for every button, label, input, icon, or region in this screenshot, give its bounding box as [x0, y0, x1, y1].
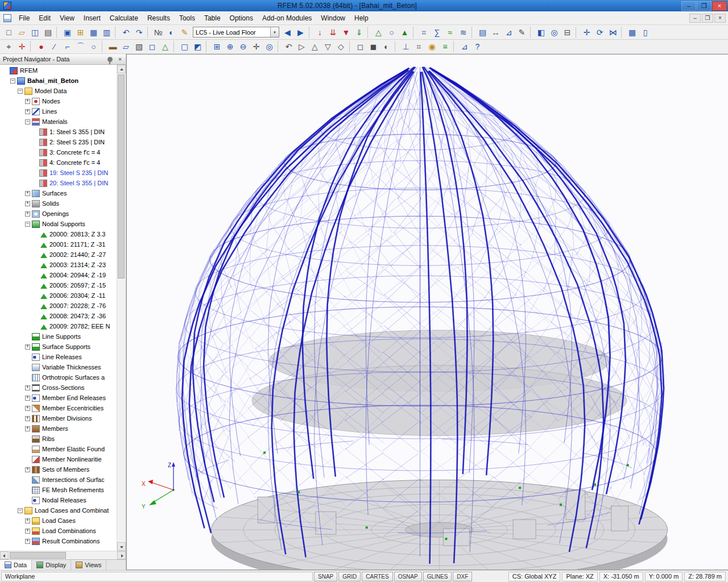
status-toggle-glines[interactable]: GLINES: [423, 572, 452, 581]
status-toggle-dxf[interactable]: DXF: [453, 572, 472, 581]
navigator-tab[interactable]: Views: [71, 560, 106, 570]
chevron-down-icon[interactable]: ▼: [270, 27, 279, 37]
surface-load-button[interactable]: ▼: [340, 26, 353, 39]
tree-item[interactable]: Nodes: [0, 96, 117, 106]
expand-toggle-icon[interactable]: [25, 201, 30, 206]
close-button[interactable]: ×: [712, 1, 727, 11]
rotate-copy-button[interactable]: ⟳: [593, 26, 606, 39]
expand-toggle-icon[interactable]: [25, 191, 30, 196]
tree-item[interactable]: 4: Concrete f'c = 4: [0, 157, 117, 168]
new-polyline-button[interactable]: ⌐: [61, 40, 74, 53]
tree-item[interactable]: Load Combinations: [0, 526, 117, 536]
member-hinge-button[interactable]: ○: [385, 26, 398, 39]
tree-vertical-scrollbar[interactable]: [117, 65, 126, 551]
calculation-button[interactable]: ∑: [431, 26, 444, 39]
tree-item[interactable]: Member Eccentricities: [0, 403, 117, 413]
tree-item[interactable]: 20000: 20813; Z 3.3: [0, 229, 117, 239]
expand-toggle-icon[interactable]: [25, 539, 30, 544]
tree-item[interactable]: Line Releases: [0, 352, 117, 362]
toggle-panel-button[interactable]: ▯: [639, 26, 652, 39]
ruler-button[interactable]: ⊿: [458, 40, 471, 53]
tree-item[interactable]: Nodal Releases: [0, 495, 117, 505]
undo-button[interactable]: ↶: [119, 26, 133, 39]
menu-item-view[interactable]: View: [55, 11, 79, 24]
scroll-right-icon[interactable]: [117, 551, 126, 559]
navigator-close-icon[interactable]: ×: [116, 55, 124, 63]
expand-toggle-icon[interactable]: [25, 119, 30, 124]
new-opening-button[interactable]: ◻: [146, 40, 159, 53]
expand-toggle-icon[interactable]: [10, 78, 15, 84]
minimize-button[interactable]: –: [681, 1, 696, 11]
expand-toggle-icon[interactable]: [18, 89, 23, 94]
tree-item[interactable]: Load Cases: [0, 516, 117, 526]
tree-item[interactable]: 19: Steel S 235 | DIN: [0, 168, 117, 178]
copy-picture-button[interactable]: ▣: [61, 26, 74, 39]
open-button[interactable]: ▱: [15, 26, 28, 39]
mirror-copy-button[interactable]: ⋈: [606, 26, 619, 39]
menu-item-file[interactable]: File: [14, 11, 34, 24]
tree-item[interactable]: Member Nonlinearitie: [0, 454, 117, 464]
view-z-button[interactable]: ▽: [321, 40, 334, 53]
snap-button[interactable]: ✛: [15, 40, 28, 53]
select-button[interactable]: ⌖: [2, 40, 15, 53]
tree-item[interactable]: Solids: [0, 198, 117, 209]
tree-item[interactable]: Bahai_mit_Beton: [0, 76, 117, 86]
render-mode-button[interactable]: ◐: [165, 26, 178, 39]
new-member-button[interactable]: ▬: [106, 40, 119, 53]
user-views-button[interactable]: ◎: [548, 26, 561, 39]
new-circle-button[interactable]: ○: [87, 40, 100, 53]
tree-item[interactable]: Sets of Members: [0, 464, 117, 475]
menu-item-options[interactable]: Options: [225, 11, 258, 24]
print-button[interactable]: ▤: [42, 26, 55, 39]
scroll-left-icon[interactable]: [0, 551, 9, 559]
tree-item[interactable]: Openings: [0, 209, 117, 219]
tree-item[interactable]: Model Data: [0, 86, 117, 96]
previous-load-case-button[interactable]: ◀: [281, 26, 294, 39]
tree-item[interactable]: Member Elastic Found: [0, 444, 117, 454]
load-case-selector[interactable]: LC5 - Live Load Floor ▼: [193, 27, 279, 38]
select-special-button[interactable]: ◩: [191, 40, 204, 53]
redo-button[interactable]: ↷: [133, 26, 146, 39]
tree-item[interactable]: Member Divisions: [0, 413, 117, 423]
expand-toggle-icon[interactable]: [25, 406, 30, 411]
nodal-load-button[interactable]: ↓: [313, 26, 326, 39]
tree-item[interactable]: 20008: 20473; Z -36: [0, 311, 117, 321]
tree-item[interactable]: 3: Concrete f'c = 4: [0, 147, 117, 157]
status-toggle-osnap[interactable]: OSNAP: [394, 572, 422, 581]
tree-item[interactable]: 20006: 20304; Z -11: [0, 290, 117, 301]
menu-item-window[interactable]: Window: [316, 11, 350, 24]
menu-item-calculate[interactable]: Calculate: [105, 11, 143, 24]
tables-button[interactable]: ▥: [100, 26, 113, 39]
new-node-button[interactable]: ●: [35, 40, 48, 53]
tree-item[interactable]: 2: Steel S 235 | DIN: [0, 137, 117, 147]
project-manager-button[interactable]: ▦: [87, 26, 100, 39]
status-toggle-cartes[interactable]: CARTES: [362, 572, 392, 581]
expand-toggle-icon[interactable]: [25, 344, 30, 350]
expand-toggle-icon[interactable]: [25, 385, 30, 390]
tree-item[interactable]: 20009: 20782; EEE N: [0, 321, 117, 331]
new-surface-button[interactable]: ▱: [119, 40, 133, 53]
maximize-button[interactable]: ❐: [697, 1, 712, 11]
mdi-restore-button[interactable]: ❐: [702, 14, 713, 23]
block-manager-button[interactable]: ⊞: [74, 26, 87, 39]
nodal-support-button[interactable]: △: [372, 26, 385, 39]
tree-item[interactable]: Line Supports: [0, 331, 117, 342]
tree-item[interactable]: Load Cases and Combinat: [0, 505, 117, 516]
tree-item[interactable]: Cross-Sections: [0, 383, 117, 393]
menu-item-edit[interactable]: Edit: [34, 11, 55, 24]
model-viewport[interactable]: Z X Y: [126, 54, 728, 570]
scroll-up-icon[interactable]: [117, 65, 126, 73]
expand-toggle-icon[interactable]: [25, 416, 30, 421]
tree-item[interactable]: Intersections of Surfac: [0, 475, 117, 485]
expand-toggle-icon[interactable]: [25, 518, 30, 523]
tree-item[interactable]: Members: [0, 423, 117, 434]
tree-item[interactable]: 20003: 21314; Z -23: [0, 260, 117, 270]
member-load-button[interactable]: ⇊: [326, 26, 340, 39]
new-arc-button[interactable]: ⌒: [74, 40, 87, 53]
save-button[interactable]: ◫: [28, 26, 42, 39]
navigator-tab[interactable]: Display: [32, 560, 71, 570]
load-case-manager-button[interactable]: ⇓: [353, 26, 366, 39]
clipping-planes-button[interactable]: ⊟: [561, 26, 574, 39]
tree-item[interactable]: Member End Releases: [0, 393, 117, 403]
help-button[interactable]: ?: [471, 40, 484, 53]
